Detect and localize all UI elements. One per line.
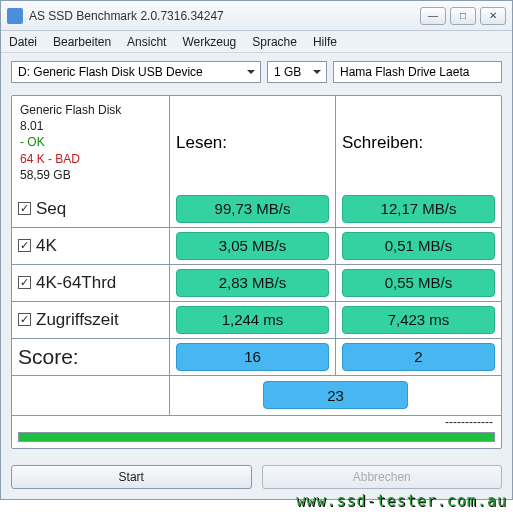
status-bad: 64 K - BAD bbox=[20, 151, 121, 167]
start-button[interactable]: Start bbox=[11, 465, 252, 489]
test-label: Zugriffszeit bbox=[36, 310, 119, 330]
drive-name-value: Hama Flash Drive Laeta bbox=[340, 65, 469, 79]
menu-language[interactable]: Sprache bbox=[252, 35, 297, 49]
menubar: Datei Bearbeiten Ansicht Werkzeug Sprach… bbox=[1, 31, 512, 53]
watermark: www.ssd-tester.com.au bbox=[296, 492, 507, 510]
score-row: Score: 16 2 bbox=[12, 338, 501, 375]
test-label-cell: ✓4K bbox=[12, 228, 170, 264]
test-label-cell: ✓4K-64Thrd bbox=[12, 265, 170, 301]
capacity-label: 58,59 GB bbox=[20, 167, 121, 183]
drive-info: Generic Flash Disk 8.01 - OK 64 K - BAD … bbox=[12, 96, 170, 191]
test-row: ✓4K3,05 MB/s0,51 MB/s bbox=[12, 227, 501, 264]
menu-tools[interactable]: Werkzeug bbox=[182, 35, 236, 49]
app-window: AS SSD Benchmark 2.0.7316.34247 — □ ✕ Da… bbox=[0, 0, 513, 500]
app-icon bbox=[7, 8, 23, 24]
col-header-write: Schreiben: bbox=[336, 96, 501, 191]
size-select-value: 1 GB bbox=[274, 65, 301, 79]
window-title: AS SSD Benchmark 2.0.7316.34247 bbox=[29, 9, 420, 23]
test-label-cell: ✓Zugriffszeit bbox=[12, 302, 170, 338]
score-read: 16 bbox=[176, 343, 329, 371]
test-write-value: 0,55 MB/s bbox=[342, 269, 495, 297]
test-read-value: 3,05 MB/s bbox=[176, 232, 329, 260]
test-write-value: 7,423 ms bbox=[342, 306, 495, 334]
window-controls: — □ ✕ bbox=[420, 7, 506, 25]
menu-view[interactable]: Ansicht bbox=[127, 35, 166, 49]
controls-row: D: Generic Flash Disk USB Device 1 GB Ha… bbox=[1, 53, 512, 89]
menu-edit[interactable]: Bearbeiten bbox=[53, 35, 111, 49]
progress-fill bbox=[19, 433, 494, 441]
drive-name-label: Generic Flash Disk bbox=[20, 102, 121, 118]
menu-file[interactable]: Datei bbox=[9, 35, 37, 49]
device-select-value: D: Generic Flash Disk USB Device bbox=[18, 65, 203, 79]
test-checkbox[interactable]: ✓ bbox=[18, 202, 31, 215]
close-button[interactable]: ✕ bbox=[480, 7, 506, 25]
firmware-label: 8.01 bbox=[20, 118, 121, 134]
status-ok: - OK bbox=[20, 134, 121, 150]
test-read-value: 2,83 MB/s bbox=[176, 269, 329, 297]
maximize-button[interactable]: □ bbox=[450, 7, 476, 25]
test-checkbox[interactable]: ✓ bbox=[18, 313, 31, 326]
progress-bar bbox=[18, 432, 495, 442]
device-select[interactable]: D: Generic Flash Disk USB Device bbox=[11, 61, 261, 83]
test-read-value: 99,73 MB/s bbox=[176, 195, 329, 223]
minimize-button[interactable]: — bbox=[420, 7, 446, 25]
score-label: Score: bbox=[12, 339, 170, 375]
titlebar: AS SSD Benchmark 2.0.7316.34247 — □ ✕ bbox=[1, 1, 512, 31]
drive-name-input[interactable]: Hama Flash Drive Laeta bbox=[333, 61, 502, 83]
test-row: ✓4K-64Thrd2,83 MB/s0,55 MB/s bbox=[12, 264, 501, 301]
test-checkbox[interactable]: ✓ bbox=[18, 276, 31, 289]
test-label: Seq bbox=[36, 199, 66, 219]
menu-help[interactable]: Hilfe bbox=[313, 35, 337, 49]
total-spacer bbox=[12, 376, 170, 415]
test-label: 4K-64Thrd bbox=[36, 273, 116, 293]
test-checkbox[interactable]: ✓ bbox=[18, 239, 31, 252]
test-read-value: 1,244 ms bbox=[176, 306, 329, 334]
content-area: Generic Flash Disk 8.01 - OK 64 K - BAD … bbox=[1, 89, 512, 457]
abort-button[interactable]: Abbrechen bbox=[262, 465, 503, 489]
header-row: Generic Flash Disk 8.01 - OK 64 K - BAD … bbox=[12, 96, 501, 191]
test-write-value: 12,17 MB/s bbox=[342, 195, 495, 223]
test-label-cell: ✓Seq bbox=[12, 191, 170, 227]
total-row: 23 bbox=[12, 375, 501, 415]
progress-area: ------------ bbox=[12, 415, 501, 448]
score-total: 23 bbox=[263, 381, 408, 409]
results-grid: Generic Flash Disk 8.01 - OK 64 K - BAD … bbox=[11, 95, 502, 449]
test-label: 4K bbox=[36, 236, 57, 256]
col-header-read: Lesen: bbox=[170, 96, 336, 191]
score-write: 2 bbox=[342, 343, 495, 371]
test-row: ✓Seq99,73 MB/s12,17 MB/s bbox=[12, 191, 501, 227]
size-select[interactable]: 1 GB bbox=[267, 61, 327, 83]
progress-text: ------------ bbox=[445, 415, 493, 429]
test-row: ✓Zugriffszeit1,244 ms7,423 ms bbox=[12, 301, 501, 338]
test-write-value: 0,51 MB/s bbox=[342, 232, 495, 260]
